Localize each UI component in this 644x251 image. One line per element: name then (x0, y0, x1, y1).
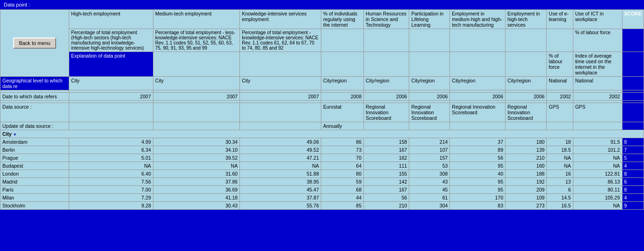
city-header-row: City ▼ (0, 130, 644, 138)
ds-pct-int: Eurostat (321, 103, 364, 122)
geo-lifelong: City/region (409, 77, 450, 90)
date-emp-ht: 2006 (506, 93, 547, 101)
table-row: Budapest NA NA NA 64 111 53 95 160 NA NA… (0, 162, 644, 170)
us-elearn (547, 122, 573, 130)
main-table-container: Back to menu High-tech employment Medium… (0, 9, 644, 210)
table-row: Madrid 7.56 37.86 38.95 59 142 43 95 192… (0, 178, 644, 186)
table-row: Berlin 6.34 34.10 49.52 73 167 107 89 13… (0, 146, 644, 154)
us-score (622, 122, 644, 130)
city-name: Prague (0, 154, 69, 162)
data-source-label: Data source : (0, 103, 69, 122)
expl-pct-int (321, 52, 364, 77)
date-high-tech: 2007 (69, 93, 153, 101)
city-section-header: City ▼ (0, 130, 644, 138)
sub-lifelong (409, 29, 450, 52)
expl-know-int (240, 52, 321, 77)
table-row: Paris 7.00 36.69 45.47 68 167 45 95 209 … (0, 186, 644, 194)
ds-emp-ht: Regional Innovation Scoreboard (506, 103, 547, 122)
sub-high-tech: Percentage of total employment (High-tec… (69, 29, 153, 52)
expl-lifelong (409, 52, 450, 77)
date-med-tech: 2007 (153, 93, 239, 101)
sub-hr-science (364, 29, 409, 52)
us-lifelong (409, 122, 450, 130)
col-header-know-int-services: Knowledge-intensive services employment (240, 10, 321, 29)
city-name: Budapest (0, 162, 69, 170)
date-ict: 2002 (573, 93, 622, 101)
column-header-row: Back to menu High-tech employment Medium… (0, 10, 644, 29)
geo-pct-int: City/region (321, 77, 364, 90)
date-elearn: 2002 (547, 93, 573, 101)
us-know-int (240, 122, 321, 130)
us-high-tech (69, 122, 153, 130)
table-row: Prague 5.01 39.52 47.21 70 162 157 56 21… (0, 154, 644, 162)
expl-emp-mh (450, 52, 506, 77)
city-name: Stockholm (0, 202, 69, 210)
column-sub-header-row: Percentage of total employment (High-tec… (0, 29, 644, 52)
geo-med-tech: City (153, 77, 239, 90)
expl-ict: Index of average time used on the intern… (573, 52, 622, 77)
col-header-use-elearning: Use of e-learning (547, 10, 573, 29)
date-pct-int: 2008 (321, 93, 364, 101)
date-label: Date to which data refers (0, 93, 69, 101)
geo-high-tech: City (69, 77, 153, 90)
col-header-lifelong-learning: Participation in Lifelong Learning (409, 10, 450, 29)
table-row: Milan 7.29 41.18 37.87 44 56 61 170 109 … (0, 194, 644, 202)
date-lifelong: 2006 (409, 93, 450, 101)
col-header-hr-science: Human Resources in Science and Technolog… (364, 10, 409, 29)
ds-score (622, 103, 644, 122)
date-row: Date to which data refers 2007 2007 2007… (0, 93, 644, 101)
us-pct-int: Annually (321, 122, 364, 130)
ds-lifelong: Regional Innovation Scoreboard (409, 103, 450, 122)
date-know-int: 2007 (240, 93, 321, 101)
geo-hr-sci: City/region (364, 77, 409, 90)
ds-hr-sci: Regional Innovation Scoreboard (364, 103, 409, 122)
table-row: Stockholm 9.28 30.43 55.76 85 210 304 83… (0, 202, 644, 210)
expl-med-tech (153, 52, 239, 77)
date-score (622, 93, 644, 101)
expl-hr-sci (364, 52, 409, 77)
city-name: Amsterdam (0, 138, 69, 146)
geo-level-row: Geographical level to which data re City… (0, 77, 644, 90)
update-source-label: Update of data source : (0, 122, 69, 130)
back-to-menu-button[interactable]: Back to menu (13, 37, 56, 49)
us-med-tech (153, 122, 239, 130)
ds-high-tech (69, 103, 153, 122)
col-header-medium-tech-emp: Medium-tech employment (153, 10, 239, 29)
us-emp-ht (506, 122, 547, 130)
geo-elearn: National (547, 77, 573, 90)
city-name: Madrid (0, 178, 69, 186)
us-ict (573, 122, 622, 130)
date-emp-mh: 2006 (450, 93, 506, 101)
col-header-emp-high-tech-services: Employment in high-tech services (506, 10, 547, 29)
col-header-high-tech-emp: High-tech employment (69, 10, 153, 29)
col-header-use-ict-workplace: Use of ICT in workplace (573, 10, 622, 29)
table-row: London 6.40 31.60 51.88 80 155 308 40 18… (0, 170, 644, 178)
sub-elearning (547, 29, 573, 52)
ds-ict: GPS (573, 103, 622, 122)
ds-know-int (240, 103, 321, 122)
col-header-score: SCORE (622, 10, 644, 29)
top-bar: Data point : (0, 0, 644, 9)
col-header-emp-medium-high: Employment in medium-high and high-tech … (450, 10, 506, 29)
sub-medium-tech: Percentage of total employment - less-kn… (153, 29, 239, 52)
sub-emp-ht (506, 29, 547, 52)
geo-emp-ht: City/region (506, 77, 547, 90)
date-hr-sci: 2006 (364, 93, 409, 101)
data-point-label: Data point : (4, 2, 30, 7)
col-header-pct-internet: % of individuals regularly using the int… (321, 10, 364, 29)
geo-ict: National (573, 77, 622, 90)
sub-know-int: Percentage of total employment - knowled… (240, 29, 321, 52)
explanation-label: Explanation of data point (69, 52, 153, 77)
city-name: London (0, 170, 69, 178)
ds-elearn: GPS (547, 103, 573, 122)
us-hr-sci (364, 122, 409, 130)
us-emp-mh (450, 122, 506, 130)
expl-emp-ht (506, 52, 547, 77)
sub-score (622, 29, 644, 52)
sub-pct-internet (321, 29, 364, 52)
geo-emp-mh: City/region (450, 77, 506, 90)
city-name: Paris (0, 186, 69, 194)
data-source-row: Data source : Eurostat Regional Innovati… (0, 103, 644, 122)
geo-level-label: Geographical level to which data re (0, 77, 69, 90)
geo-know-int: City (240, 77, 321, 90)
